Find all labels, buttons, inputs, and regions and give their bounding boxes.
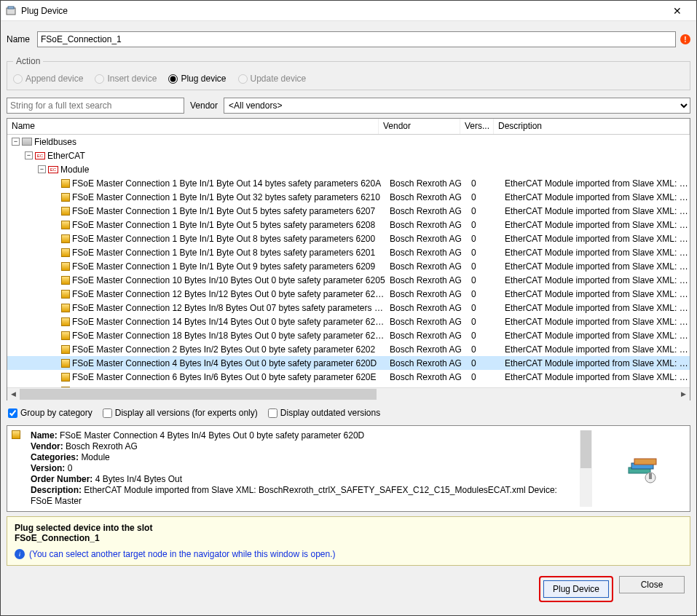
module-icon bbox=[61, 179, 70, 188]
module-icon bbox=[61, 290, 70, 299]
col-name[interactable]: Name bbox=[7, 119, 379, 134]
plug-button-highlight: Plug Device bbox=[539, 576, 613, 602]
module-icon bbox=[61, 359, 70, 368]
info-icon: i bbox=[15, 549, 25, 559]
tree-row[interactable]: FSoE Master Connection 6 Bytes In/6 Byte… bbox=[7, 370, 690, 384]
module-icon bbox=[12, 430, 20, 439]
device-image-icon bbox=[598, 430, 685, 507]
action-legend: Action bbox=[13, 56, 43, 66]
ethercat-icon: EC bbox=[35, 152, 45, 159]
module-icon bbox=[61, 345, 70, 354]
tree-row[interactable]: FSoE Master Connection 1 Byte In/1 Byte … bbox=[7, 245, 690, 259]
check-display-all-versions[interactable]: Display all versions (for experts only) bbox=[103, 408, 258, 418]
tree-row[interactable]: FSoE Master Connection 4 Bytes In/4 Byte… bbox=[7, 356, 690, 370]
expander-icon[interactable]: − bbox=[25, 151, 33, 159]
tree-header: Name Vendor Vers... Description bbox=[7, 119, 690, 135]
scroll-thumb[interactable] bbox=[20, 389, 377, 400]
module-icon bbox=[61, 221, 70, 229]
details-pane: Name: FSoE Master Connection 4 Bytes In/… bbox=[7, 425, 690, 512]
tree-row[interactable]: FSoE Master Connection 12 Bytes In/8 Byt… bbox=[7, 301, 690, 315]
scroll-right-icon[interactable]: ▶ bbox=[677, 388, 690, 400]
app-icon bbox=[5, 5, 17, 17]
col-desc[interactable]: Description bbox=[494, 119, 690, 134]
col-vers[interactable]: Vers... bbox=[460, 119, 494, 134]
tree-row[interactable]: FSoE Master Connection 12 Bytes In/12 By… bbox=[7, 287, 690, 301]
details-scrollbar[interactable] bbox=[580, 430, 592, 507]
detail-version: 0 bbox=[68, 463, 73, 473]
svg-rect-4 bbox=[634, 459, 656, 465]
scroll-left-icon[interactable]: ◀ bbox=[7, 388, 20, 400]
expander-icon[interactable]: − bbox=[38, 165, 46, 173]
radio-update-device: Update device bbox=[238, 74, 307, 84]
window-title: Plug Device bbox=[21, 6, 663, 16]
info-line1: Plug selected device into the slot bbox=[15, 523, 682, 533]
check-display-outdated[interactable]: Display outdated versions bbox=[268, 408, 380, 418]
close-button[interactable]: Close bbox=[619, 576, 685, 593]
tree-row[interactable]: FSoE Master Connection 2 Bytes In/2 Byte… bbox=[7, 342, 690, 356]
plug-device-button[interactable]: Plug Device bbox=[543, 580, 609, 598]
warning-icon: ! bbox=[680, 34, 690, 44]
action-group: Action Append device Insert device Plug … bbox=[7, 56, 690, 90]
module-icon bbox=[61, 248, 70, 257]
detail-description: EtherCAT Module imported from Slave XML:… bbox=[31, 485, 557, 506]
tree-row[interactable]: FSoE Master Connection 1 Byte In/1 Byte … bbox=[7, 259, 690, 273]
tree-row[interactable]: −Fieldbuses bbox=[7, 135, 690, 149]
module-icon bbox=[61, 207, 70, 216]
ethercat-icon: EC bbox=[48, 166, 58, 173]
tree-row[interactable]: −ECModule bbox=[7, 162, 690, 176]
vendor-select[interactable]: <All vendors> bbox=[224, 98, 690, 114]
window-close-button[interactable]: ✕ bbox=[663, 1, 692, 20]
tree-row[interactable]: FSoE Master Connection 14 Bytes In/14 By… bbox=[7, 315, 690, 328]
tree-row[interactable]: FSoE Master Connection 10 Bytes In/10 By… bbox=[7, 273, 690, 287]
expander-icon[interactable]: − bbox=[12, 138, 20, 146]
horizontal-scrollbar[interactable]: ◀ ▶ bbox=[7, 387, 690, 400]
detail-categories: Module bbox=[81, 452, 109, 462]
check-group-by-category[interactable]: Group by category bbox=[8, 408, 92, 418]
radio-append-device: Append device bbox=[13, 74, 83, 84]
tree-row[interactable]: FSoE Master Connection 1 Byte In/1 Byte … bbox=[7, 232, 690, 245]
module-icon bbox=[61, 262, 70, 271]
module-icon bbox=[61, 373, 70, 382]
module-icon bbox=[61, 276, 70, 285]
module-icon bbox=[61, 331, 70, 340]
module-icon bbox=[61, 193, 70, 202]
fieldbus-icon bbox=[22, 138, 32, 146]
module-icon bbox=[61, 234, 70, 243]
radio-plug-device[interactable]: Plug device bbox=[168, 74, 226, 84]
tree-row[interactable]: FSoE Master Connection 1 Byte In/1 Byte … bbox=[7, 176, 690, 190]
svg-rect-1 bbox=[8, 7, 14, 9]
detail-vendor: Bosch Rexroth AG bbox=[66, 441, 138, 451]
tree-row[interactable]: FSoE Master Connection 1 Byte In/1 Byte … bbox=[7, 218, 690, 232]
module-icon bbox=[61, 304, 70, 312]
svg-rect-6 bbox=[649, 473, 652, 479]
tree-row[interactable]: FSoE Master Connection 1 Byte In/1 Byte … bbox=[7, 190, 690, 204]
tree-row[interactable]: FSoE Master Connection 1 Byte In/1 Byte … bbox=[7, 204, 690, 218]
name-label: Name bbox=[7, 34, 33, 44]
col-vendor[interactable]: Vendor bbox=[379, 119, 460, 134]
info-box: Plug selected device into the slot FSoE_… bbox=[7, 516, 690, 566]
vendor-label: Vendor bbox=[190, 100, 218, 111]
titlebar: Plug Device ✕ bbox=[1, 1, 696, 21]
radio-insert-device: Insert device bbox=[95, 74, 157, 84]
tree-row[interactable]: −ECEtherCAT bbox=[7, 149, 690, 162]
module-icon bbox=[61, 317, 70, 326]
info-hint: (You can select another target node in t… bbox=[29, 549, 335, 559]
info-line2: FSoE_Connection_1 bbox=[15, 533, 682, 543]
device-tree[interactable]: −Fieldbuses−ECEtherCAT−ECModuleFSoE Mast… bbox=[7, 135, 690, 387]
detail-name: FSoE Master Connection 4 Bytes In/4 Byte… bbox=[60, 430, 364, 441]
name-input[interactable] bbox=[37, 31, 676, 47]
tree-row[interactable]: FSoE Master Connection 18 Bytes In/18 By… bbox=[7, 328, 690, 342]
detail-order-number: 4 Bytes In/4 Bytes Out bbox=[95, 474, 182, 484]
search-input[interactable] bbox=[7, 98, 184, 114]
